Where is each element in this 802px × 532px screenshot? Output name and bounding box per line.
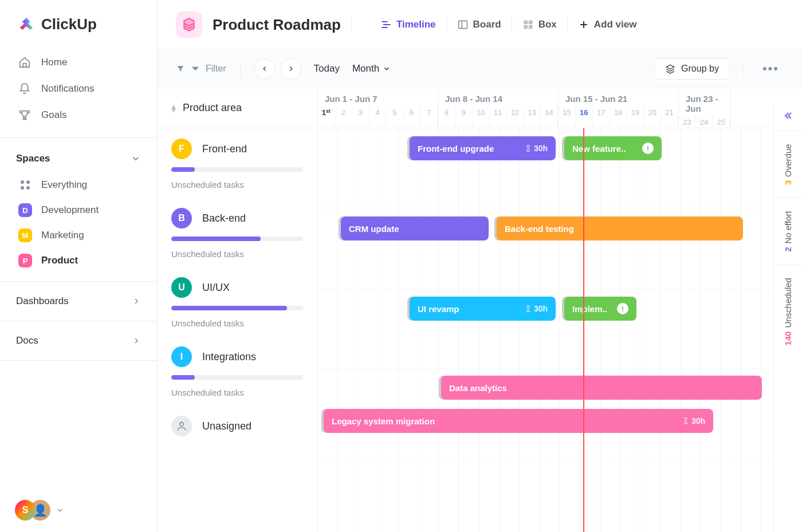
logo[interactable]: ClickUp [0, 0, 157, 45]
main: Product Roadmap Timeline Board Box [158, 0, 802, 532]
board-icon [457, 19, 469, 30]
group-backend[interactable]: B Back-end Unscheduled tasks [158, 198, 317, 267]
tab-box[interactable]: Box [512, 14, 567, 35]
page-title: Product Roadmap [213, 16, 341, 34]
space-product[interactable]: P Product [10, 248, 147, 273]
timeline-grid[interactable]: Jun 1 - Jun 71st234567Jun 8 - Jun 148910… [318, 88, 802, 532]
box-icon [522, 19, 534, 30]
progress-bar [171, 237, 303, 241]
today-button[interactable]: Today [310, 63, 343, 74]
group-avatar: B [171, 208, 192, 228]
task-legacy-migration[interactable]: Legacy system migration 30h [324, 409, 713, 433]
group-column: ▴▾ Product area F Front-end Unscheduled … [158, 88, 318, 532]
hours-badge: 30h [525, 304, 548, 313]
group-avatar: I [171, 346, 192, 367]
space-badge: M [18, 228, 32, 242]
right-rail: 3 Overdue 2 No effort 140 Unscheduled [773, 103, 802, 532]
svg-rect-3 [524, 25, 528, 29]
tab-board[interactable]: Board [447, 14, 512, 35]
task-data-analytics[interactable]: Data analytics [441, 376, 762, 400]
unscheduled-link[interactable]: Unscheduled tasks [171, 180, 304, 190]
group-avatar: F [171, 139, 192, 159]
brand-name: ClickUp [41, 15, 97, 33]
clickup-logo-icon [17, 15, 36, 33]
unscheduled-link[interactable]: Unscheduled tasks [171, 318, 304, 328]
caret-down-icon [191, 64, 200, 73]
filter-icon [176, 64, 185, 73]
group-integrations[interactable]: I Integrations Unscheduled tasks [158, 336, 317, 405]
task-frontend-upgrade[interactable]: Front-end upgrade 30h [410, 136, 556, 160]
unscheduled-link[interactable]: Unscheduled tasks [171, 249, 304, 259]
space-badge: D [18, 203, 32, 217]
date-header: Jun 1 - Jun 71st234567Jun 8 - Jun 148910… [318, 88, 802, 128]
plus-icon [578, 19, 589, 30]
timeline-row: CRM update Back-end testing [318, 208, 802, 289]
toolbar: Filter Today Month Group by ••• [158, 49, 802, 88]
avatar: S [15, 500, 36, 521]
timeline-row [318, 460, 802, 532]
today-line [583, 128, 584, 532]
svg-rect-0 [458, 21, 467, 28]
progress-bar [171, 375, 303, 380]
progress-bar [171, 167, 303, 172]
layers-icon [665, 64, 675, 74]
alert-icon [617, 303, 628, 314]
group-uiux[interactable]: U UI/UX Unscheduled tasks [158, 267, 317, 336]
prev-button[interactable] [254, 58, 275, 79]
task-new-feature[interactable]: New feature.. [564, 136, 662, 160]
group-avatar: U [171, 277, 192, 298]
next-button[interactable] [281, 58, 301, 79]
nav-home[interactable]: Home [10, 49, 147, 76]
dashboards-section[interactable]: Dashboards [0, 286, 157, 316]
space-badge: P [18, 254, 32, 267]
unscheduled-link[interactable]: Unscheduled tasks [171, 388, 304, 397]
task-backend-testing[interactable]: Back-end testing [497, 216, 743, 241]
task-implement[interactable]: Implem.. [564, 297, 636, 321]
chevron-down-icon [56, 506, 64, 514]
chevron-right-icon [132, 336, 141, 345]
rail-unscheduled[interactable]: 140 Unscheduled [774, 265, 802, 358]
nav-notifications[interactable]: Notifications [10, 76, 147, 102]
sort-icon: ▴▾ [171, 105, 176, 112]
spaces-header[interactable]: Spaces [0, 143, 157, 172]
column-header[interactable]: ▴▾ Product area [158, 88, 317, 128]
filter-button[interactable]: Filter [176, 64, 226, 74]
groupby-button[interactable]: Group by [654, 58, 730, 80]
nav-goals[interactable]: Goals [10, 102, 147, 128]
space-marketing[interactable]: M Marketing [10, 223, 147, 248]
unassigned-icon [171, 416, 192, 436]
svg-rect-4 [529, 25, 533, 29]
svg-rect-2 [529, 21, 533, 25]
timeline-row: Data analytics Legacy system migration 3… [318, 369, 802, 460]
timeline-icon [380, 19, 392, 30]
add-view-button[interactable]: Add view [568, 14, 647, 35]
rail-overdue[interactable]: 3 Overdue [774, 131, 802, 198]
timeline-row: Front-end upgrade 30h New feature.. [318, 128, 802, 208]
hours-badge: 30h [682, 416, 705, 425]
group-unassigned[interactable]: Unasigned [158, 405, 317, 444]
space-everything[interactable]: Everything [10, 172, 147, 198]
chevron-right-icon [287, 65, 295, 73]
group-frontend[interactable]: F Front-end Unscheduled tasks [158, 128, 317, 198]
user-menu[interactable]: S 👤 [0, 488, 157, 532]
svg-rect-1 [524, 21, 528, 25]
period-select[interactable]: Month [352, 63, 391, 74]
tab-timeline[interactable]: Timeline [370, 14, 446, 35]
folder-icon [176, 11, 202, 38]
trophy-icon [18, 109, 31, 121]
rail-noeffort[interactable]: 2 No effort [774, 198, 802, 265]
svg-point-5 [180, 422, 184, 426]
chevron-right-icon [132, 297, 141, 306]
space-development[interactable]: D Development [10, 198, 147, 223]
more-button[interactable]: ••• [758, 61, 784, 76]
task-crm-update[interactable]: CRM update [341, 216, 489, 241]
home-icon [18, 56, 31, 69]
docs-section[interactable]: Docs [0, 326, 157, 356]
task-ui-revamp[interactable]: UI revamp 30h [410, 297, 556, 321]
hours-badge: 30h [525, 144, 548, 153]
sidebar: ClickUp Home Notifications Goals Spaces [0, 0, 158, 532]
grid-icon [18, 178, 32, 192]
chevron-left-icon [261, 65, 269, 73]
collapse-rail-button[interactable] [783, 103, 794, 131]
bell-icon [18, 82, 31, 95]
